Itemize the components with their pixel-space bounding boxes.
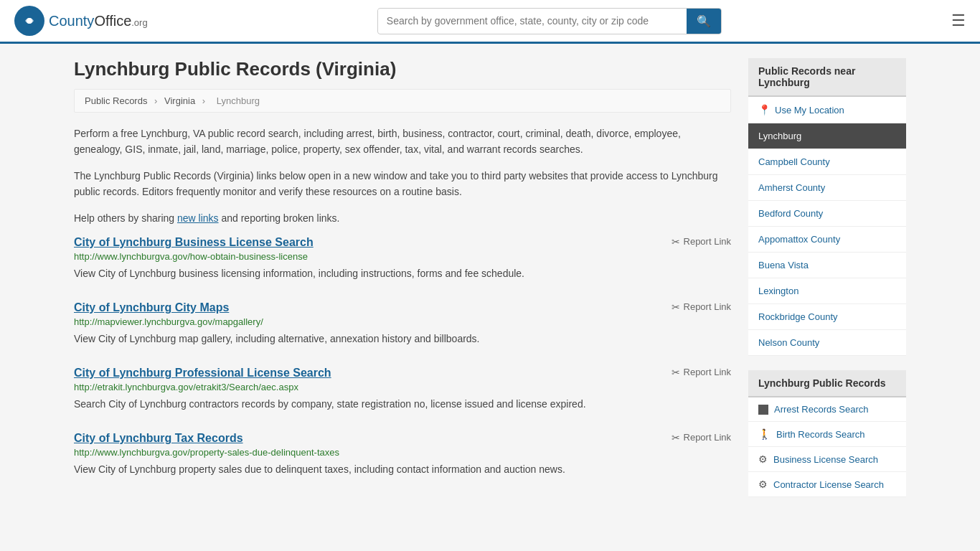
result-item: City of Lynchburg Tax Records ✂ Report L… — [74, 432, 731, 477]
records-section: Lynchburg Public Records Arrest Records … — [748, 370, 906, 497]
nearby-item-3[interactable]: Bedford County — [748, 201, 906, 227]
search-bar: 🔍 — [377, 8, 722, 34]
records-link-3[interactable]: Contractor License Search — [773, 479, 884, 490]
records-link-2[interactable]: Business License Search — [773, 454, 878, 465]
main-content: Lynchburg Public Records (Virginia) Publ… — [74, 58, 731, 512]
result-header: City of Lynchburg Tax Records ✂ Report L… — [74, 432, 731, 445]
nearby-link-3[interactable]: Bedford County — [758, 208, 823, 219]
nearby-item-2[interactable]: Amherst County — [748, 175, 906, 201]
records-link-1[interactable]: Birth Records Search — [776, 429, 865, 440]
result-item: City of Lynchburg Business License Searc… — [74, 236, 731, 281]
result-title-2[interactable]: City of Lynchburg Professional License S… — [74, 367, 331, 380]
breadcrumb-public-records[interactable]: Public Records — [85, 95, 147, 106]
nearby-section: Public Records near Lynchburg 📍 Use My L… — [748, 58, 906, 356]
breadcrumb-virginia[interactable]: Virginia — [164, 95, 195, 106]
intro-paragraph-2: The Lynchburg Public Records (Virginia) … — [74, 168, 731, 200]
scissors-icon-1: ✂ — [672, 301, 680, 313]
nearby-item-7[interactable]: Rockbridge County — [748, 304, 906, 330]
scissors-icon-0: ✂ — [672, 236, 680, 248]
breadcrumb: Public Records › Virginia › Lynchburg — [74, 89, 731, 113]
scissors-icon-2: ✂ — [672, 367, 680, 378]
report-link-0[interactable]: ✂ Report Link — [672, 236, 731, 248]
nearby-link-6[interactable]: Lexington — [758, 286, 798, 296]
logo-icon — [14, 6, 44, 36]
menu-button[interactable]: ☰ — [951, 11, 966, 30]
result-title-3[interactable]: City of Lynchburg Tax Records — [74, 432, 243, 445]
records-link-0[interactable]: Arrest Records Search — [774, 404, 869, 415]
nearby-link-1[interactable]: Campbell County — [758, 156, 830, 167]
nearby-item-5[interactable]: Buena Vista — [748, 253, 906, 278]
records-item-0[interactable]: Arrest Records Search — [748, 397, 906, 422]
result-url-0[interactable]: http://www.lynchburgva.gov/how-obtain-bu… — [74, 251, 731, 262]
records-item-2[interactable]: ⚙ Business License Search — [748, 447, 906, 472]
intro-paragraph-3: Help others by sharing new links and rep… — [74, 210, 731, 226]
result-url-3[interactable]: http://www.lynchburgva.gov/property-sale… — [74, 447, 731, 458]
result-desc-2: Search City of Lynchburg contractors rec… — [74, 397, 731, 412]
result-desc-0: View City of Lynchburg business licensin… — [74, 266, 731, 281]
use-location-link[interactable]: Use My Location — [775, 105, 844, 116]
logo[interactable]: CountyOffice.org — [14, 6, 148, 36]
use-my-location[interactable]: 📍 Use My Location — [748, 97, 906, 123]
nearby-link-8[interactable]: Nelson County — [758, 337, 819, 348]
report-link-3[interactable]: ✂ Report Link — [672, 432, 731, 443]
gear2-icon: ⚙ — [758, 453, 768, 465]
person-icon: 🚶 — [758, 428, 771, 440]
nearby-item-8[interactable]: Nelson County — [748, 330, 906, 356]
search-button[interactable]: 🔍 — [687, 9, 721, 34]
nearby-item-4[interactable]: Appomattox County — [748, 227, 906, 253]
gear-icon: ⚙ — [758, 479, 768, 490]
result-header: City of Lynchburg Business License Searc… — [74, 236, 731, 249]
main-container: Lynchburg Public Records (Virginia) Publ… — [60, 44, 920, 526]
nearby-link-7[interactable]: Rockbridge County — [758, 311, 838, 322]
square-icon — [758, 405, 768, 415]
page-title: Lynchburg Public Records (Virginia) — [74, 58, 731, 80]
svg-point-1 — [27, 18, 32, 24]
location-pin-icon: 📍 — [758, 104, 771, 116]
result-header: City of Lynchburg City Maps ✂ Report Lin… — [74, 301, 731, 314]
search-input[interactable] — [378, 9, 687, 32]
result-header: City of Lynchburg Professional License S… — [74, 367, 731, 380]
nearby-link-2[interactable]: Amherst County — [758, 182, 825, 193]
records-item-1[interactable]: 🚶 Birth Records Search — [748, 422, 906, 447]
nearby-item-0[interactable]: Lynchburg — [748, 123, 906, 149]
result-item: City of Lynchburg Professional License S… — [74, 367, 731, 412]
result-desc-1: View City of Lynchburg map gallery, incl… — [74, 331, 731, 347]
records-title: Lynchburg Public Records — [748, 370, 906, 397]
new-links-link[interactable]: new links — [177, 212, 219, 224]
result-title-0[interactable]: City of Lynchburg Business License Searc… — [74, 236, 314, 249]
nearby-title: Public Records near Lynchburg — [748, 58, 906, 97]
intro-paragraph-1: Perform a free Lynchburg, VA public reco… — [74, 126, 731, 158]
records-item-3[interactable]: ⚙ Contractor License Search — [748, 472, 906, 497]
nearby-list: LynchburgCampbell CountyAmherst CountyBe… — [748, 123, 906, 356]
report-link-1[interactable]: ✂ Report Link — [672, 301, 731, 313]
report-link-2[interactable]: ✂ Report Link — [672, 367, 731, 378]
logo-text: CountyOffice.org — [49, 13, 148, 29]
result-desc-3: View City of Lynchburg property sales du… — [74, 462, 731, 477]
sidebar: Public Records near Lynchburg 📍 Use My L… — [748, 58, 906, 512]
result-url-1[interactable]: http://mapviewer.lynchburgva.gov/mapgall… — [74, 316, 731, 327]
result-item: City of Lynchburg City Maps ✂ Report Lin… — [74, 301, 731, 347]
nearby-link-4[interactable]: Appomattox County — [758, 234, 840, 245]
results-list: City of Lynchburg Business License Searc… — [74, 236, 731, 477]
nearby-item-1[interactable]: Campbell County — [748, 149, 906, 175]
nearby-link-5[interactable]: Buena Vista — [758, 260, 809, 270]
records-list: Arrest Records Search 🚶 Birth Records Se… — [748, 397, 906, 497]
result-title-1[interactable]: City of Lynchburg City Maps — [74, 301, 229, 314]
site-header: CountyOffice.org 🔍 ☰ — [0, 0, 980, 44]
breadcrumb-lynchburg: Lynchburg — [217, 95, 260, 106]
scissors-icon-3: ✂ — [672, 432, 680, 443]
result-url-2[interactable]: http://etrakit.lynchburgva.gov/etrakit3/… — [74, 382, 731, 392]
nearby-item-6[interactable]: Lexington — [748, 278, 906, 304]
